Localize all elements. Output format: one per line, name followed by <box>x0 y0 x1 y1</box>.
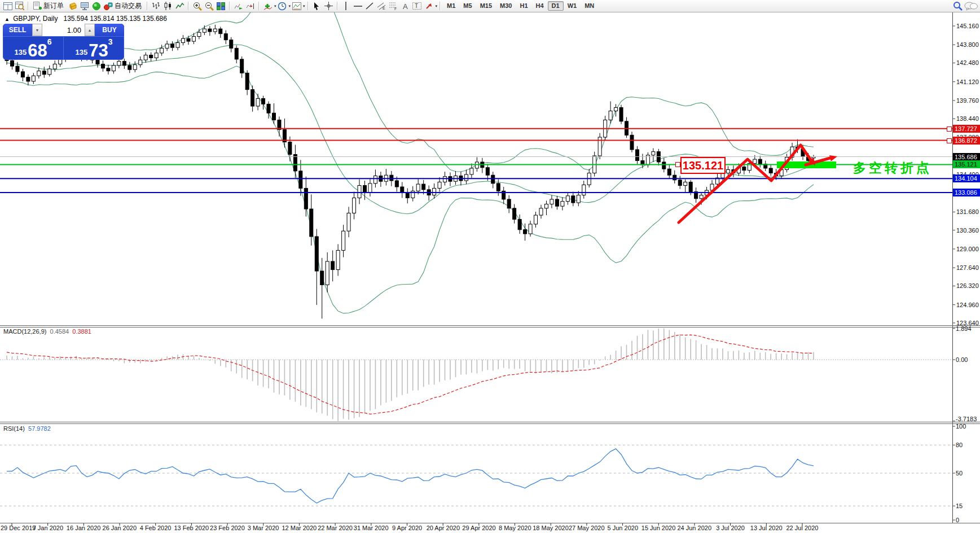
candle-bearish <box>758 159 762 164</box>
trendline-icon[interactable] <box>364 1 376 11</box>
price-tag-135-686: 135.686 <box>953 153 980 161</box>
vertical-line-icon[interactable] <box>340 1 352 11</box>
zoom-in-icon[interactable] <box>191 1 203 11</box>
candle-bearish <box>128 65 131 69</box>
candle-bullish <box>165 44 169 48</box>
candle-bearish <box>667 169 671 175</box>
arrows-icon[interactable] <box>423 1 435 11</box>
search-icon[interactable] <box>952 1 964 11</box>
candle-bearish <box>10 60 14 66</box>
date-label: 20 Apr 2020 <box>427 525 460 531</box>
templates-icon[interactable] <box>291 1 302 11</box>
candle-bearish <box>496 184 500 191</box>
candle-bearish <box>630 135 634 150</box>
candle-bearish <box>635 150 639 161</box>
volume-input[interactable] <box>42 24 85 36</box>
chart-shift-icon[interactable] <box>244 1 256 11</box>
candle-bullish <box>614 107 618 111</box>
templates-dropdown-caret[interactable]: ▾ <box>303 4 305 8</box>
sell-button[interactable]: SELL <box>3 24 32 36</box>
signals-icon[interactable] <box>90 1 102 11</box>
candle-bearish <box>662 162 666 169</box>
sell-price-pip: 6 <box>47 37 52 46</box>
rsi-scale-label: 80 <box>956 442 963 448</box>
candle-bullish <box>700 195 703 199</box>
candle-bearish <box>401 187 404 193</box>
price-tick-label: 127.640 <box>956 264 979 271</box>
candle-bearish <box>518 219 521 229</box>
expert-advisor-icon[interactable] <box>67 1 78 11</box>
timeframe-button-d1[interactable]: D1 <box>548 1 564 11</box>
equidistant-channel-icon[interactable]: E <box>376 1 388 11</box>
macd-name: MACD(12,26,9) <box>3 328 46 335</box>
charts-window-icon[interactable] <box>2 1 14 11</box>
price-tick-label: 130.360 <box>956 227 979 234</box>
price-tick-label: 141.120 <box>956 78 979 85</box>
chart-canvas[interactable] <box>0 0 980 533</box>
cursor-icon[interactable] <box>311 1 323 11</box>
red-line-drag-handle[interactable] <box>947 138 952 143</box>
line-chart-icon[interactable] <box>174 1 186 11</box>
timeframe-group: M1M5M15M30H1H4D1W1MN <box>443 1 598 11</box>
sell-price-prefix: 135 <box>15 47 27 58</box>
autotrading-icon[interactable] <box>102 1 114 11</box>
chart-ohlc-values: 135.594 135.814 135.135 135.686 <box>63 15 167 23</box>
candle-bullish <box>182 38 185 42</box>
timeframe-button-h4[interactable]: H4 <box>532 1 548 11</box>
price-tick-label: 131.680 <box>956 208 979 215</box>
candle-bearish <box>299 171 302 189</box>
red-line-drag-handle[interactable] <box>947 126 952 132</box>
date-label: 9 Apr 2020 <box>392 525 422 531</box>
candle-bearish <box>208 29 212 32</box>
svg-text:E: E <box>383 6 385 10</box>
auto-scroll-icon[interactable] <box>232 1 244 11</box>
volume-decrease-spinner[interactable]: ▼ <box>32 24 42 36</box>
candle-bearish <box>251 90 254 106</box>
arrows-dropdown-caret[interactable]: ▾ <box>436 4 438 8</box>
candle-bullish <box>609 111 612 120</box>
text-label-icon[interactable]: T <box>411 1 423 11</box>
timeframe-button-m15[interactable]: M15 <box>476 1 496 11</box>
macd-pane[interactable] <box>0 329 952 421</box>
turning-point-annotation[interactable]: 多空转折点 <box>853 159 932 177</box>
candle-bearish <box>310 209 313 237</box>
price-annotation-box[interactable]: 135.121 <box>680 157 726 174</box>
terminal-icon[interactable] <box>78 1 90 11</box>
buy-button[interactable]: BUY <box>95 24 124 36</box>
crosshair-icon[interactable] <box>323 1 335 11</box>
timeframe-button-w1[interactable]: W1 <box>564 1 581 11</box>
periods-icon[interactable] <box>276 1 288 11</box>
fibonacci-icon[interactable]: F <box>388 1 399 11</box>
sell-price-display[interactable]: 135 68 6 <box>3 37 63 60</box>
chat-icon[interactable] <box>964 1 978 11</box>
autotrading-label[interactable]: 自动交易 <box>115 1 142 11</box>
timeframe-button-h1[interactable]: H1 <box>516 1 531 11</box>
tile-windows-icon[interactable] <box>215 1 227 11</box>
candle-bullish <box>438 182 441 188</box>
date-label: 8 May 2020 <box>499 525 531 531</box>
data-window-icon[interactable] <box>14 1 25 11</box>
timeframe-button-m1[interactable]: M1 <box>443 1 459 11</box>
buy-price-display[interactable]: 135 73 3 <box>63 37 124 60</box>
zoom-out-icon[interactable] <box>203 1 215 11</box>
candlestick-chart-icon[interactable] <box>162 1 174 11</box>
timeframe-button-m5[interactable]: M5 <box>459 1 476 11</box>
rsi-pane[interactable] <box>0 445 952 506</box>
new-order-label[interactable]: 新订单 <box>43 1 64 11</box>
timeframe-button-m30[interactable]: M30 <box>496 1 516 11</box>
text-icon[interactable]: A <box>399 1 411 11</box>
volume-increase-spinner[interactable]: ▲ <box>85 24 95 36</box>
indicators-icon[interactable] <box>262 1 274 11</box>
horizontal-line-icon[interactable] <box>352 1 364 11</box>
candle-bearish <box>42 71 46 75</box>
candle-bullish <box>48 69 51 75</box>
candle-bearish <box>96 60 99 64</box>
price-tick-label: 143.800 <box>956 41 979 48</box>
main-price-pane[interactable] <box>0 0 952 318</box>
buy-price-pip: 3 <box>108 37 113 46</box>
annotation-drag-handle[interactable] <box>675 162 680 167</box>
bar-chart-icon[interactable] <box>150 1 162 11</box>
new-order-icon[interactable] <box>31 1 43 11</box>
candle-bearish <box>273 113 276 120</box>
timeframe-button-mn[interactable]: MN <box>581 1 598 11</box>
